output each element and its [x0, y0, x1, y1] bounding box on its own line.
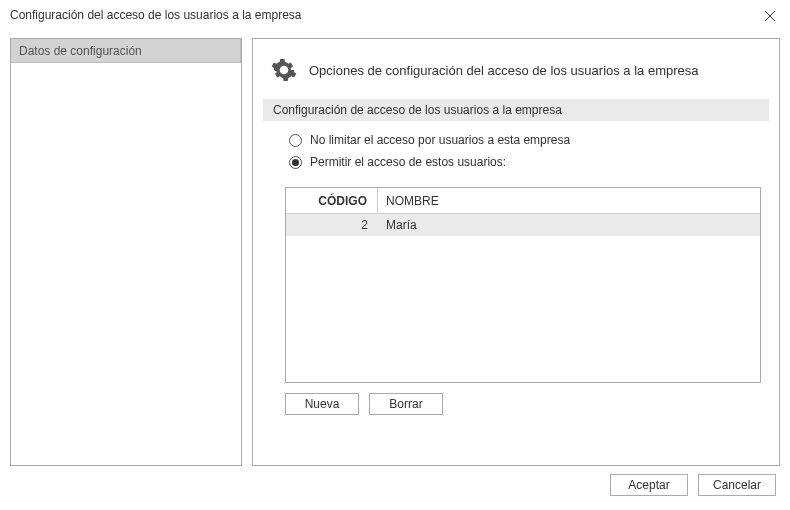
dialog-footer: Aceptar Cancelar	[0, 470, 790, 510]
table-body: 2 María	[286, 214, 760, 382]
sidebar-tab-label: Datos de configuración	[19, 44, 142, 58]
close-icon	[765, 11, 775, 21]
radio-icon	[289, 156, 302, 169]
users-table: CÓDIGO NOMBRE 2 María	[285, 187, 761, 383]
sidebar-panel: Datos de configuración	[10, 38, 242, 466]
nueva-button[interactable]: Nueva	[285, 393, 359, 415]
dialog-body: Datos de configuración Opciones de confi…	[0, 30, 790, 470]
table-buttons: Nueva Borrar	[285, 393, 761, 415]
borrar-button[interactable]: Borrar	[369, 393, 443, 415]
cell-nombre: María	[378, 218, 760, 232]
radio-label: Permitir el acceso de estos usuarios:	[310, 155, 506, 169]
panel-title: Opciones de configuración del acceso de …	[309, 63, 699, 78]
col-header-codigo[interactable]: CÓDIGO	[286, 188, 378, 213]
radio-no-limit[interactable]: No limitar el acceso por usuarios a esta…	[289, 133, 761, 147]
radio-allow-users[interactable]: Permitir el acceso de estos usuarios:	[289, 155, 761, 169]
radio-icon	[289, 134, 302, 147]
radio-group-access: No limitar el acceso por usuarios a esta…	[271, 133, 761, 177]
window-title: Configuración del acceso de los usuarios…	[10, 8, 302, 22]
panel-header: Opciones de configuración del acceso de …	[271, 57, 761, 83]
table-row[interactable]: 2 María	[286, 214, 760, 236]
table-header: CÓDIGO NOMBRE	[286, 188, 760, 214]
sidebar-tab-config[interactable]: Datos de configuración	[11, 39, 241, 63]
cancelar-button[interactable]: Cancelar	[698, 474, 776, 496]
aceptar-button[interactable]: Aceptar	[610, 474, 688, 496]
col-header-nombre[interactable]: NOMBRE	[378, 188, 760, 213]
close-button[interactable]	[758, 4, 782, 28]
cell-codigo: 2	[286, 218, 378, 232]
gear-icon	[271, 57, 297, 83]
titlebar: Configuración del acceso de los usuarios…	[0, 0, 790, 30]
dialog-window: Configuración del acceso de los usuarios…	[0, 0, 790, 510]
main-panel: Opciones de configuración del acceso de …	[252, 38, 780, 466]
section-title: Configuración de acceso de los usuarios …	[273, 103, 562, 117]
radio-label: No limitar el acceso por usuarios a esta…	[310, 133, 570, 147]
section-header: Configuración de acceso de los usuarios …	[263, 99, 769, 121]
